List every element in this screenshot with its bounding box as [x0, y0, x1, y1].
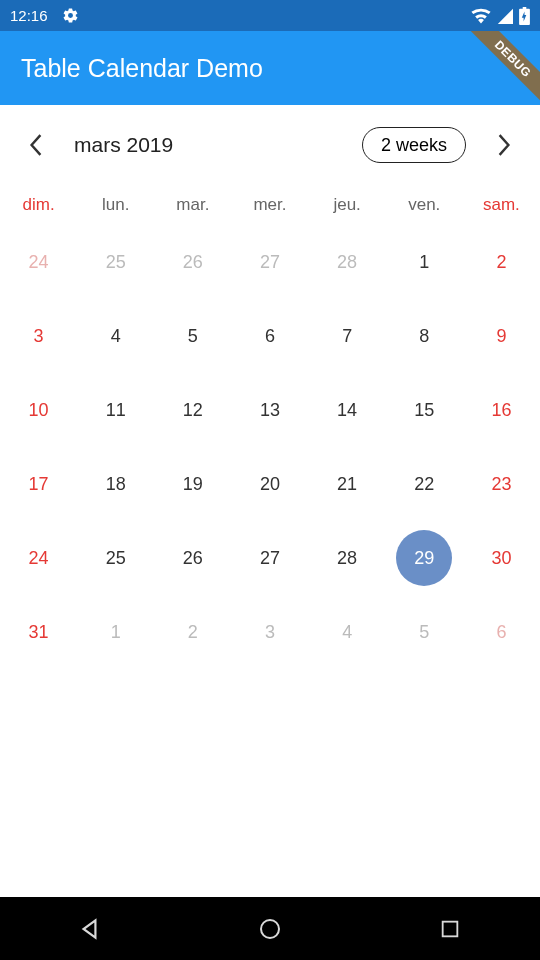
dow-cell: jeu.: [309, 195, 386, 215]
calendar-day[interactable]: 30: [463, 521, 540, 595]
battery-icon: [519, 7, 530, 25]
dow-cell: mar.: [154, 195, 231, 215]
calendar-day[interactable]: 2: [463, 225, 540, 299]
calendar-day[interactable]: 20: [231, 447, 308, 521]
calendar-day[interactable]: 11: [77, 373, 154, 447]
today-bubble: 29: [396, 530, 452, 586]
calendar-day[interactable]: 3: [0, 299, 77, 373]
calendar-day[interactable]: 18: [77, 447, 154, 521]
calendar-day[interactable]: 4: [309, 595, 386, 669]
calendar-day[interactable]: 15: [386, 373, 463, 447]
gear-icon: [62, 7, 79, 24]
calendar-day[interactable]: 26: [154, 521, 231, 595]
calendar-day[interactable]: 13: [231, 373, 308, 447]
calendar-day[interactable]: 5: [386, 595, 463, 669]
calendar-day[interactable]: 7: [309, 299, 386, 373]
calendar-day[interactable]: 6: [231, 299, 308, 373]
system-nav-bar: [0, 897, 540, 960]
calendar-day[interactable]: 22: [386, 447, 463, 521]
calendar-day[interactable]: 19: [154, 447, 231, 521]
dow-cell: lun.: [77, 195, 154, 215]
dow-cell: mer.: [231, 195, 308, 215]
calendar-day[interactable]: 23: [463, 447, 540, 521]
calendar-day[interactable]: 14: [309, 373, 386, 447]
prev-month-button[interactable]: [16, 125, 56, 165]
calendar-day[interactable]: 21: [309, 447, 386, 521]
calendar-day[interactable]: 27: [231, 521, 308, 595]
calendar-row: 31123456: [0, 595, 540, 669]
next-month-button[interactable]: [484, 125, 524, 165]
signal-icon: [497, 8, 513, 24]
status-time: 12:16: [10, 7, 48, 24]
calendar-day[interactable]: 6: [463, 595, 540, 669]
calendar-day[interactable]: 10: [0, 373, 77, 447]
calendar-day[interactable]: 28: [309, 225, 386, 299]
calendar-day[interactable]: 26: [154, 225, 231, 299]
calendar-day[interactable]: 24: [0, 225, 77, 299]
calendar-header: mars 2019 2 weeks: [0, 105, 540, 185]
calendar-day[interactable]: 29: [386, 521, 463, 595]
calendar-day[interactable]: 9: [463, 299, 540, 373]
calendar-day[interactable]: 5: [154, 299, 231, 373]
calendar-day[interactable]: 25: [77, 225, 154, 299]
nav-home-button[interactable]: [251, 910, 289, 948]
month-label: mars 2019: [74, 133, 173, 157]
calendar-day[interactable]: 27: [231, 225, 308, 299]
app-title: Table Calendar Demo: [21, 54, 263, 83]
dow-cell: dim.: [0, 195, 77, 215]
calendar-day[interactable]: 17: [0, 447, 77, 521]
dow-cell: ven.: [386, 195, 463, 215]
calendar-day[interactable]: 31: [0, 595, 77, 669]
nav-recent-button[interactable]: [431, 910, 469, 948]
svg-rect-1: [443, 921, 458, 936]
calendar-day[interactable]: 1: [77, 595, 154, 669]
wifi-icon: [471, 8, 491, 24]
calendar-row: 242526272812: [0, 225, 540, 299]
calendar-row: 3456789: [0, 299, 540, 373]
debug-banner: DEBUG: [453, 31, 540, 105]
nav-back-button[interactable]: [71, 910, 109, 948]
calendar-day[interactable]: 1: [386, 225, 463, 299]
calendar-row: 10111213141516: [0, 373, 540, 447]
app-bar: Table Calendar Demo DEBUG: [0, 31, 540, 105]
weeks-toggle-button[interactable]: 2 weeks: [362, 127, 466, 163]
calendar-day[interactable]: 24: [0, 521, 77, 595]
calendar-day[interactable]: 4: [77, 299, 154, 373]
svg-point-0: [261, 920, 279, 938]
weeks-toggle-label: 2 weeks: [381, 135, 447, 156]
calendar-row: 17181920212223: [0, 447, 540, 521]
dow-cell: sam.: [463, 195, 540, 215]
calendar-day[interactable]: 8: [386, 299, 463, 373]
calendar-day[interactable]: 25: [77, 521, 154, 595]
status-bar: 12:16: [0, 0, 540, 31]
calendar-day[interactable]: 2: [154, 595, 231, 669]
calendar-day[interactable]: 16: [463, 373, 540, 447]
calendar-day[interactable]: 12: [154, 373, 231, 447]
calendar-row: 24252627282930: [0, 521, 540, 595]
calendar-day[interactable]: 3: [231, 595, 308, 669]
dow-row: dim. lun. mar. mer. jeu. ven. sam.: [0, 185, 540, 225]
calendar-grid: 2425262728123456789101112131415161718192…: [0, 225, 540, 669]
calendar-day[interactable]: 28: [309, 521, 386, 595]
